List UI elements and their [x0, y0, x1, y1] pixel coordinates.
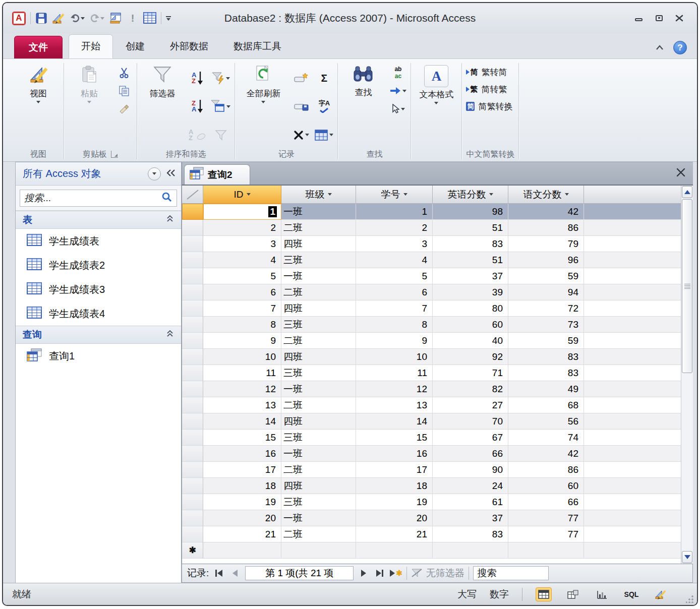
- design-view-icon[interactable]: [52, 12, 65, 25]
- cell[interactable]: 4: [356, 252, 433, 268]
- column-header-5[interactable]: 语文分数: [508, 186, 584, 204]
- view-dropdown-icon[interactable]: [36, 101, 40, 103]
- column-header-2[interactable]: 班级: [281, 186, 356, 204]
- shutter-close-icon[interactable]: [166, 169, 176, 179]
- cell[interactable]: 8: [203, 317, 281, 333]
- cell[interactable]: 3: [203, 236, 281, 252]
- table-row[interactable]: 5一班53759: [182, 268, 681, 284]
- column-header-1[interactable]: ID: [203, 186, 281, 204]
- dialog-launcher-icon[interactable]: [111, 151, 118, 158]
- cell[interactable]: 94: [508, 284, 584, 300]
- toggle-filter-icon[interactable]: [211, 128, 230, 143]
- text-format-button[interactable]: A 文本格式: [415, 62, 457, 147]
- cell-empty[interactable]: [433, 542, 508, 559]
- dropdown-arrow-icon[interactable]: [226, 105, 230, 108]
- row-selector[interactable]: [182, 268, 203, 284]
- cell[interactable]: 19: [356, 494, 433, 510]
- cell[interactable]: 67: [433, 430, 508, 446]
- cell-editing[interactable]: 1: [203, 204, 281, 220]
- cell[interactable]: 10: [203, 349, 281, 365]
- select-icon[interactable]: [389, 101, 406, 116]
- tab-file[interactable]: 文件: [14, 36, 63, 58]
- cell[interactable]: 49: [508, 381, 584, 397]
- last-record-icon[interactable]: [374, 567, 386, 580]
- cell[interactable]: 56: [508, 413, 584, 430]
- simp-to-trad-button[interactable]: 繁 简转繁: [466, 81, 514, 97]
- column-dropdown-icon[interactable]: [489, 193, 493, 196]
- table-row[interactable]: 2二班25186: [182, 220, 681, 236]
- row-selector[interactable]: [182, 462, 203, 478]
- row-selector[interactable]: [182, 333, 203, 349]
- refresh-all-button[interactable]: 全部刷新: [239, 62, 287, 147]
- cell[interactable]: 59: [508, 268, 584, 284]
- save-icon[interactable]: [35, 12, 47, 25]
- row-selector[interactable]: [182, 220, 203, 236]
- copy-icon[interactable]: [115, 83, 133, 98]
- cell[interactable]: 四班: [281, 413, 356, 430]
- dropdown-arrow-icon[interactable]: [401, 108, 405, 110]
- new-record-icon[interactable]: ✱: [390, 567, 402, 580]
- cell[interactable]: 3: [356, 236, 433, 252]
- previous-record-icon[interactable]: [229, 567, 241, 580]
- cell[interactable]: 82: [433, 381, 508, 397]
- cell[interactable]: 一班: [281, 446, 356, 462]
- cell[interactable]: 79: [508, 236, 584, 252]
- goto-icon[interactable]: [389, 83, 406, 98]
- table-row[interactable]: 9二班94059: [182, 333, 681, 349]
- row-selector[interactable]: [182, 317, 203, 333]
- cell[interactable]: 16: [203, 446, 281, 462]
- cell[interactable]: 三班: [281, 430, 356, 446]
- cell[interactable]: 21: [203, 526, 281, 542]
- cell[interactable]: 51: [433, 252, 508, 268]
- cell[interactable]: 20: [356, 510, 433, 526]
- table-row[interactable]: 21二班218377: [182, 526, 681, 542]
- access-app-icon[interactable]: A: [12, 12, 26, 25]
- new-record-selector[interactable]: ✱: [182, 542, 203, 559]
- run-icon[interactable]: !: [127, 12, 139, 25]
- column-dropdown-icon[interactable]: [565, 193, 569, 196]
- cell[interactable]: 19: [203, 494, 281, 510]
- table-row[interactable]: 6二班63994: [182, 284, 681, 300]
- cell[interactable]: 60: [508, 478, 584, 494]
- cell-empty[interactable]: [281, 542, 356, 559]
- cell[interactable]: 三班: [281, 252, 356, 268]
- cell[interactable]: 68: [508, 397, 584, 413]
- design-view-button[interactable]: [653, 587, 669, 601]
- cell[interactable]: 61: [433, 494, 508, 510]
- cell[interactable]: 27: [433, 397, 508, 413]
- cut-icon[interactable]: [115, 65, 133, 80]
- nav-item[interactable]: 学生成绩表2: [16, 253, 181, 277]
- cell[interactable]: 83: [508, 349, 584, 365]
- minimize-button[interactable]: [632, 13, 646, 23]
- table-row[interactable]: 18四班182460: [182, 478, 681, 494]
- cell[interactable]: 17: [356, 462, 433, 478]
- cell[interactable]: 60: [433, 317, 508, 333]
- cell[interactable]: 三班: [281, 317, 356, 333]
- table-row[interactable]: 13二班132768: [182, 397, 681, 413]
- cell[interactable]: 二班: [281, 284, 356, 300]
- cell[interactable]: 17: [203, 462, 281, 478]
- table-row[interactable]: 1一班19842: [182, 204, 681, 220]
- cell[interactable]: 13: [203, 397, 281, 413]
- cell[interactable]: 83: [433, 526, 508, 542]
- column-dropdown-icon[interactable]: [247, 193, 251, 196]
- cell[interactable]: 40: [433, 333, 508, 349]
- cell[interactable]: 42: [508, 204, 584, 220]
- refresh-dropdown-icon[interactable]: [261, 101, 265, 103]
- cell[interactable]: 一班: [281, 510, 356, 526]
- record-search-input[interactable]: 搜索: [473, 566, 549, 580]
- form-design-icon[interactable]: [109, 12, 122, 25]
- tab-database-tools[interactable]: 数据库工具: [221, 34, 294, 58]
- cell[interactable]: 72: [508, 300, 584, 317]
- help-button[interactable]: ?: [673, 41, 687, 54]
- select-all-corner[interactable]: [182, 186, 203, 204]
- row-selector[interactable]: [182, 478, 203, 494]
- save-record-icon[interactable]: [293, 99, 310, 114]
- cell[interactable]: 66: [508, 494, 584, 510]
- restore-button[interactable]: [653, 13, 666, 23]
- pivottable-view-button[interactable]: [565, 587, 581, 601]
- table-row[interactable]: 17二班179086: [182, 462, 681, 478]
- column-dropdown-icon[interactable]: [328, 193, 332, 196]
- scrollbar-thumb[interactable]: [682, 199, 692, 373]
- cell[interactable]: 三班: [281, 494, 356, 510]
